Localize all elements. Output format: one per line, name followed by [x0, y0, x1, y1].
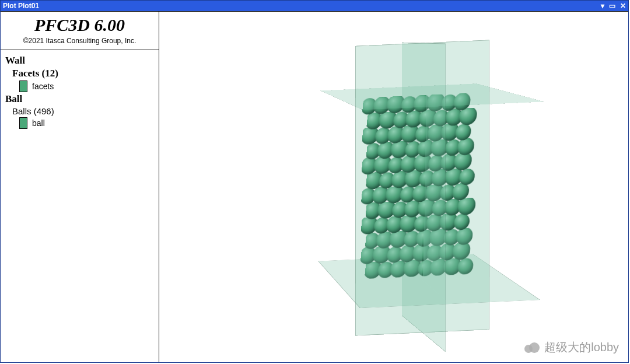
- ball-sphere: [363, 260, 383, 279]
- ball-sphere: [443, 256, 463, 275]
- ball-row: [360, 242, 470, 264]
- swatch-ball-icon: [19, 117, 27, 129]
- app-title: PFC3D 6.00: [3, 15, 156, 34]
- legend-wall-facets-label: facets: [32, 82, 54, 91]
- content-area: PFC3D 6.00 ©2021 Itasca Consulting Group…: [1, 11, 628, 362]
- app-header: PFC3D 6.00 ©2021 Itasca Consulting Group…: [1, 12, 159, 50]
- legend-group-ball: Ball: [5, 93, 154, 105]
- legend-ball-label: ball: [32, 118, 45, 128]
- legend-group-wall: Wall: [5, 55, 154, 66]
- legend-wall-facets-row: facets: [19, 80, 154, 92]
- ball-sphere: [452, 240, 471, 260]
- viewport-3d[interactable]: 超级大的lobby: [159, 11, 628, 362]
- watermark: 超级大的lobby: [524, 340, 619, 355]
- legend-ball-balls-heading: Balls (496): [12, 106, 154, 116]
- wechat-icon: [524, 341, 540, 354]
- ball-sphere: [402, 258, 422, 277]
- legend: Wall Facets (12) facets Ball Balls (496)…: [1, 50, 159, 132]
- close-icon[interactable]: ✕: [620, 2, 626, 10]
- window-title: Plot Plot01: [3, 2, 601, 10]
- ball-cluster: [363, 92, 480, 282]
- ball-sphere: [398, 244, 416, 262]
- plot-window: Plot Plot01 ▾ ▭ ✕ PFC3D 6.00 ©2021 Itasc…: [0, 0, 629, 363]
- legend-sidebar: PFC3D 6.00 ©2021 Itasca Consulting Group…: [1, 11, 159, 362]
- swatch-facets-icon: [19, 80, 27, 92]
- maximize-icon[interactable]: ▭: [609, 2, 615, 10]
- app-copyright: ©2021 Itasca Consulting Group, Inc.: [3, 37, 156, 45]
- ball-sphere: [457, 258, 474, 275]
- ball-sphere: [377, 261, 394, 278]
- window-controls: ▾ ▭ ✕: [601, 2, 626, 10]
- titlebar[interactable]: Plot Plot01 ▾ ▭ ✕: [1, 1, 628, 11]
- legend-wall-facets-heading: Facets (12): [12, 68, 154, 79]
- dropdown-icon[interactable]: ▾: [601, 2, 604, 10]
- watermark-text: 超级大的lobby: [544, 340, 619, 355]
- legend-ball-row: ball: [19, 117, 154, 129]
- ball-sphere: [386, 246, 403, 263]
